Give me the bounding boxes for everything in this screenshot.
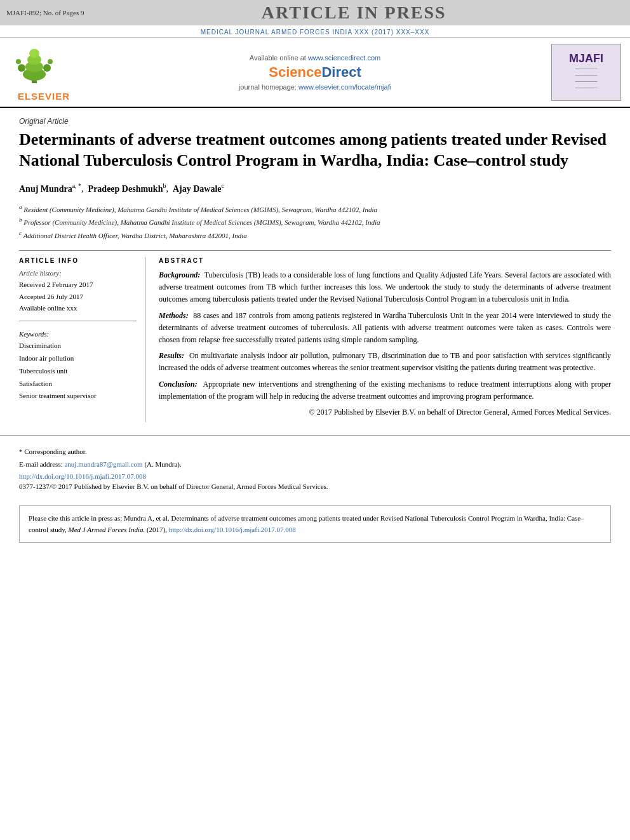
keyword-2: Indoor air pollution bbox=[19, 352, 137, 365]
background-label: Background: bbox=[159, 270, 200, 279]
abstract-results: Results: On multivariate analysis indoor… bbox=[159, 350, 611, 374]
keyword-5: Senior treatment supervisor bbox=[19, 390, 137, 403]
abstract-copyright: © 2017 Published by Elsevier B.V. on beh… bbox=[159, 406, 611, 418]
citation-year-doi: (2017), bbox=[147, 526, 169, 533]
keyword-3: Tuberculosis unit bbox=[19, 365, 137, 378]
footer-section: * Corresponding author. E-mail address: … bbox=[0, 435, 630, 497]
sciencedirect-logo: ScienceDirect bbox=[91, 64, 539, 81]
top-bar: MJAFI-892; No. of Pages 9 ARTICLE IN PRE… bbox=[0, 0, 630, 25]
abstract-text: Background: Tuberculosis (TB) leads to a… bbox=[159, 269, 611, 418]
journal-homepage: journal homepage: www.elsevier.com/locat… bbox=[91, 83, 539, 91]
methods-label: Methods: bbox=[159, 311, 189, 320]
article-title: Determinants of adverse treatment outcom… bbox=[19, 130, 611, 171]
email-link[interactable]: anuj.mundra87@gmail.com bbox=[64, 460, 142, 468]
article-info-label: ARTICLE INFO bbox=[19, 257, 137, 264]
top-bar-title: ARTICLE IN PRESS bbox=[84, 3, 624, 23]
svg-point-7 bbox=[16, 59, 21, 64]
received-date: Received 2 February 2017 bbox=[19, 279, 137, 291]
affil-b: b Professor (Community Medicine), Mahatm… bbox=[19, 215, 611, 228]
two-column-section: ARTICLE INFO Article history: Received 2… bbox=[19, 257, 611, 422]
footnote-star: * Corresponding author. bbox=[19, 448, 87, 455]
conclusion-label: Conclusion: bbox=[159, 380, 198, 389]
elsevier-logo: ELSEVIER bbox=[9, 43, 79, 102]
issn-line: 0377-1237/© 2017 Published by Elsevier B… bbox=[19, 483, 611, 490]
affil-a: a Resident (Community Medicine), Mahatma… bbox=[19, 203, 611, 215]
mjafi-logo-box: MJAFI ─────── ─────── ─────── ─────── bbox=[551, 44, 621, 101]
top-bar-left: MJAFI-892; No. of Pages 9 bbox=[6, 9, 84, 17]
background-text: Tuberculosis (TB) leads to a considerabl… bbox=[159, 270, 611, 303]
available-online: Available online xxx bbox=[19, 302, 137, 314]
methods-text: 88 cases and 187 controls from among pat… bbox=[159, 311, 611, 344]
citation-doi-link[interactable]: http://dx.doi.org/10.1016/j.mjafi.2017.0… bbox=[169, 526, 296, 533]
author-2: Pradeep Deshmukh bbox=[88, 184, 163, 194]
svg-point-4 bbox=[29, 49, 39, 58]
mjafi-logo-lines: ─────── ─────── ─────── ─────── bbox=[575, 67, 598, 91]
homepage-label: journal homepage: bbox=[239, 83, 298, 91]
elsevier-wordmark: ELSEVIER bbox=[9, 91, 79, 102]
available-text: Available online at bbox=[250, 54, 308, 62]
sciencedirect-link[interactable]: www.sciencedirect.com bbox=[308, 54, 380, 62]
header-area: ELSEVIER Available online at www.science… bbox=[0, 37, 630, 108]
results-label: Results: bbox=[159, 351, 184, 360]
accepted-date: Accepted 26 July 2017 bbox=[19, 291, 137, 303]
doi-link[interactable]: http://dx.doi.org/10.1016/j.mjafi.2017.0… bbox=[19, 472, 611, 480]
svg-point-6 bbox=[43, 64, 51, 72]
abstract-background: Background: Tuberculosis (TB) leads to a… bbox=[159, 269, 611, 306]
results-text: On multivariate analysis indoor air poll… bbox=[159, 351, 611, 372]
email-label: E-mail address: bbox=[19, 460, 64, 468]
author-1-sup: a, * bbox=[72, 182, 81, 189]
article-info-column: ARTICLE INFO Article history: Received 2… bbox=[19, 257, 146, 422]
svg-point-8 bbox=[48, 59, 53, 64]
citation-journal: Med J Armed Forces India. bbox=[69, 526, 145, 533]
svg-point-5 bbox=[18, 64, 25, 72]
authors: Anuj Mundraa, *, Pradeep Deshmukhb, Ajay… bbox=[19, 181, 611, 196]
author-3-sup: c bbox=[222, 182, 224, 189]
article-history-heading: Article history: bbox=[19, 269, 137, 277]
journal-subheader: MEDICAL JOURNAL ARMED FORCES INDIA XXX (… bbox=[0, 25, 630, 37]
abstract-methods: Methods: 88 cases and 187 controls from … bbox=[159, 310, 611, 347]
author-1: Anuj Mundra bbox=[19, 184, 72, 194]
article-content: Original Article Determinants of adverse… bbox=[0, 108, 630, 422]
divider-keywords bbox=[19, 321, 137, 321]
center-header: Available online at www.sciencedirect.co… bbox=[79, 54, 551, 91]
homepage-link[interactable]: www.elsevier.com/locate/mjafi bbox=[298, 83, 391, 91]
keyword-1: Discrimination bbox=[19, 340, 137, 352]
available-online: Available online at www.sciencedirect.co… bbox=[91, 54, 539, 62]
affiliations: a Resident (Community Medicine), Mahatma… bbox=[19, 203, 611, 241]
author-2-sup: b bbox=[163, 182, 166, 189]
author-3: Ajay Dawale bbox=[173, 184, 222, 194]
abstract-column: ABSTRACT Background: Tuberculosis (TB) l… bbox=[159, 257, 611, 422]
email-suffix: (A. Mundra). bbox=[144, 460, 181, 468]
affil-c: c Additional District Health Officer, Wa… bbox=[19, 229, 611, 241]
abstract-conclusion: Conclusion: Appropriate new intervention… bbox=[159, 378, 611, 403]
mjafi-logo-text: MJAFI bbox=[569, 52, 603, 65]
divider-1 bbox=[19, 250, 611, 251]
keyword-4: Satisfaction bbox=[19, 378, 137, 390]
article-type: Original Article bbox=[19, 117, 611, 126]
citation-box: Please cite this article in press as: Mu… bbox=[19, 505, 611, 543]
corresponding-author-info: * Corresponding author. E-mail address: … bbox=[19, 446, 611, 471]
keywords-label: Keywords: bbox=[19, 330, 137, 338]
conclusion-text: Appropriate new interventions and streng… bbox=[159, 380, 611, 401]
elsevier-tree-icon bbox=[9, 43, 60, 87]
abstract-label: ABSTRACT bbox=[159, 257, 611, 264]
